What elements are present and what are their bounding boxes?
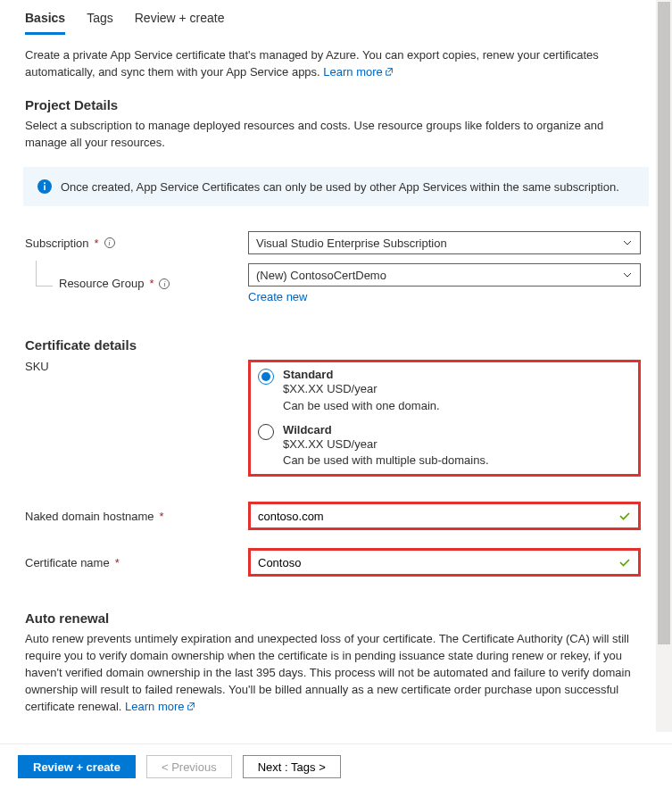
info-banner: Once created, App Service Certificates c… [23, 167, 649, 206]
previous-button[interactable]: < Previous [146, 755, 232, 778]
tab-basics[interactable]: Basics [25, 11, 65, 35]
radio-standard[interactable] [258, 369, 274, 385]
subscription-select[interactable]: Visual Studio Enterprise Subscription [248, 231, 641, 254]
hostname-input[interactable] [258, 510, 618, 523]
tabs: Basics Tags Review + create [25, 0, 647, 35]
project-details-desc: Select a subscription to manage deployed… [25, 118, 647, 152]
subscription-label: Subscription * i [25, 237, 248, 250]
svg-point-2 [44, 183, 46, 185]
scrollbar[interactable] [656, 0, 672, 732]
radio-disable[interactable]: Disable [321, 731, 381, 732]
intro-text: Create a private App Service certificate… [25, 47, 647, 81]
tab-tags[interactable]: Tags [87, 11, 113, 35]
resource-group-select[interactable]: (New) ContosoCertDemo [248, 263, 641, 287]
certname-input-wrapper [248, 548, 641, 577]
tab-review[interactable]: Review + create [135, 11, 225, 35]
hostname-input-wrapper [248, 502, 641, 530]
auto-renewal-radio-group: Enable Disable [248, 731, 641, 732]
sku-label: SKU [25, 360, 248, 373]
next-button[interactable]: Next : Tags > [243, 755, 341, 778]
hostname-label: Naked domain hostname * [25, 510, 248, 523]
svg-rect-1 [44, 186, 46, 191]
footer: Review + create < Previous Next : Tags > [0, 743, 672, 789]
auto-renewal-heading: Auto renewal [25, 610, 647, 626]
checkmark-icon [618, 556, 631, 569]
certname-input[interactable] [258, 556, 618, 569]
help-icon[interactable]: i [104, 237, 115, 248]
sku-option-wildcard[interactable]: Wildcard $XX.XX USD/year Can be used wit… [258, 423, 631, 469]
sku-options-box: Standard $XX.XX USD/year Can be used wit… [248, 360, 641, 477]
radio-enable[interactable]: Enable [248, 731, 305, 732]
info-banner-text: Once created, App Service Certificates c… [61, 180, 619, 194]
create-new-link[interactable]: Create new [248, 290, 307, 303]
review-create-button[interactable]: Review + create [18, 755, 136, 778]
external-link-icon [187, 699, 195, 708]
project-details-heading: Project Details [25, 97, 647, 112]
auto-renewal-desc: Auto renew prevents untimely expiration … [25, 631, 647, 715]
certname-label: Certificate name * [25, 556, 248, 569]
chevron-down-icon [622, 270, 633, 280]
sku-option-standard[interactable]: Standard $XX.XX USD/year Can be used wit… [258, 368, 631, 413]
learn-more-link-2[interactable]: Learn more [125, 700, 195, 713]
chevron-down-icon [622, 237, 633, 248]
external-link-icon [385, 64, 394, 73]
info-icon [37, 179, 52, 194]
checkmark-icon [618, 510, 631, 522]
scrollbar-thumb[interactable] [658, 2, 670, 644]
resource-group-label: Resource Group * i [25, 277, 248, 290]
learn-more-link[interactable]: Learn more [323, 65, 393, 79]
help-icon[interactable]: i [159, 278, 170, 289]
certificate-details-heading: Certificate details [25, 337, 647, 353]
radio-wildcard[interactable] [258, 424, 274, 440]
